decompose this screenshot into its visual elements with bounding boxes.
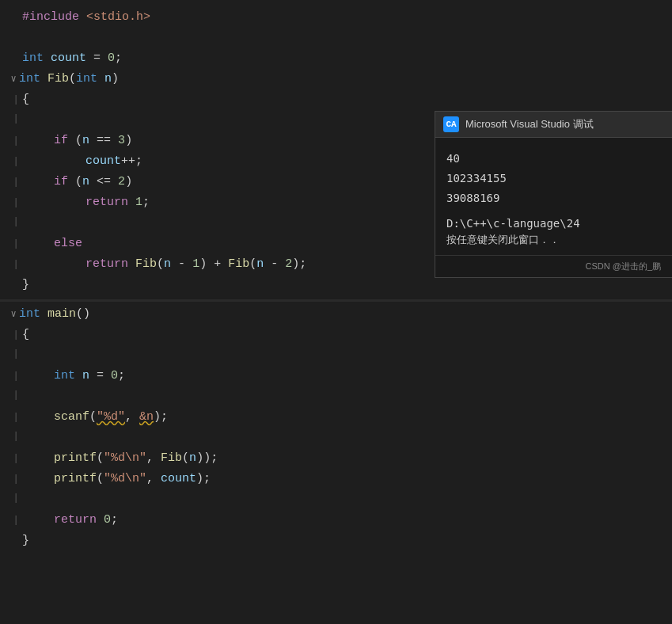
debug-footer: CSDN @进击的_鹏 bbox=[435, 255, 672, 277]
code-line: ∨ int main() bbox=[0, 305, 672, 325]
code-line: | printf("%d\n", Fib(n)); bbox=[0, 449, 672, 470]
debug-path: D:\C++\c-language\24_ bbox=[446, 217, 661, 230]
line-gutter: | bbox=[8, 92, 22, 108]
code-line: | { bbox=[0, 325, 672, 346]
line-gutter: | bbox=[8, 409, 22, 426]
code-line: | return 0; bbox=[0, 511, 672, 531]
debug-titlebar: CA Microsoft Visual Studio 调试 bbox=[435, 112, 672, 138]
code-line: | scanf("%d", &n); bbox=[0, 408, 672, 428]
code-line: } bbox=[0, 531, 672, 552]
fold-arrow[interactable]: ∨ bbox=[8, 72, 19, 87]
code-line: } bbox=[0, 276, 672, 296]
line-gutter: | bbox=[8, 346, 22, 363]
code-line: #include <stdio.h> bbox=[0, 8, 672, 29]
debug-output-line-2: 102334155 bbox=[446, 169, 661, 188]
code-line: | bbox=[0, 387, 672, 408]
line-gutter: | bbox=[8, 111, 22, 127]
code-line: | bbox=[0, 346, 672, 367]
code-line: | printf("%d\n", count); bbox=[0, 470, 672, 490]
line-gutter: | bbox=[8, 451, 22, 467]
debug-icon-text: CA bbox=[446, 120, 456, 129]
line-gutter: | bbox=[8, 195, 22, 211]
debug-output-line-3: 39088169 bbox=[446, 188, 661, 208]
code-section-separator bbox=[0, 299, 672, 302]
debug-icon: CA bbox=[443, 116, 459, 132]
line-gutter: | bbox=[8, 387, 22, 404]
debug-console-body: 40 102334155 39088169 D:\C++\c-language\… bbox=[435, 138, 672, 255]
code-line: | bbox=[0, 428, 672, 449]
debug-output-line-1: 40 bbox=[446, 149, 661, 169]
code-editor: #include <stdio.h> int count = 0; ∨ int … bbox=[0, 0, 672, 624]
code-line: | { bbox=[0, 90, 672, 111]
code-line bbox=[0, 29, 672, 49]
line-gutter: | bbox=[8, 471, 22, 488]
debug-console-title: Microsoft Visual Studio 调试 bbox=[465, 117, 594, 131]
line-gutter: | bbox=[8, 174, 22, 191]
line-gutter: | bbox=[8, 428, 22, 445]
line-gutter: | bbox=[8, 490, 22, 507]
debug-console: CA Microsoft Visual Studio 调试 40 1023341… bbox=[435, 111, 672, 278]
line-gutter: | bbox=[8, 236, 22, 253]
line-gutter: | bbox=[8, 214, 22, 230]
line-gutter: | bbox=[8, 154, 22, 170]
code-line: int count = 0; bbox=[0, 49, 672, 70]
fold-arrow[interactable]: ∨ bbox=[8, 307, 19, 322]
line-gutter: | bbox=[8, 257, 22, 273]
debug-prompt: 按任意键关闭此窗口．． bbox=[446, 233, 661, 247]
line-gutter: | bbox=[8, 512, 22, 529]
line-gutter: | bbox=[8, 368, 22, 385]
code-line: | bbox=[0, 490, 672, 511]
code-line: | int n = 0; bbox=[0, 367, 672, 387]
code-line: ∨ int Fib(int n) bbox=[0, 70, 672, 90]
line-gutter: | bbox=[8, 327, 22, 344]
line-gutter: | bbox=[8, 133, 22, 150]
